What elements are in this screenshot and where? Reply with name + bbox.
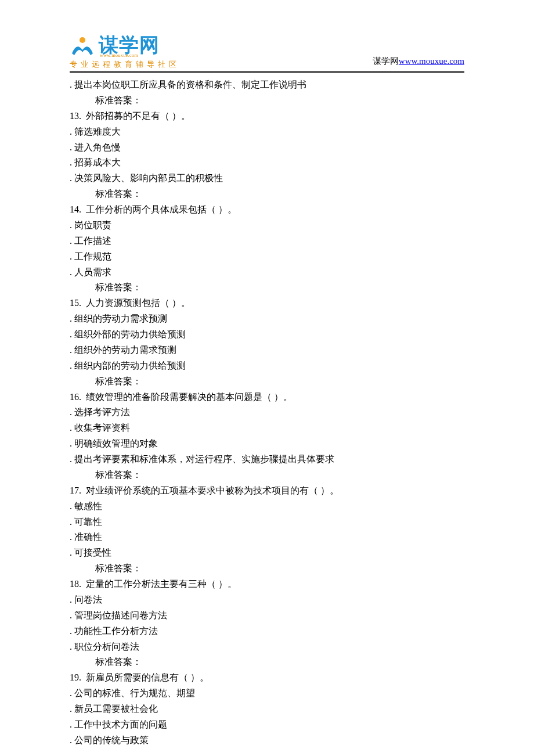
text-line: . 工作规范 (70, 249, 464, 265)
text-line: . 可靠性 (70, 514, 464, 530)
text-line: 18. 定量的工作分析法主要有三种（ ）。 (70, 577, 464, 592)
text-line: . 人员需求 (70, 265, 464, 280)
text-line: . 可接受性 (70, 545, 464, 561)
text-line: . 筛选难度大 (70, 124, 464, 140)
text-line: . 公司的标准、行为规范、期望 (70, 686, 464, 701)
text-line: 标准答案： (70, 654, 464, 670)
text-line: 标准答案： (70, 280, 464, 296)
text-line: . 提出本岗位职工所应具备的资格和条件、制定工作说明书 (70, 77, 464, 93)
page: 谋学网 www.mouxue.com 专业远程教育辅导社区 谋学网www.mou… (0, 0, 534, 756)
text-line: 16. 绩效管理的准备阶段需要解决的基本问题是（ ）。 (70, 390, 464, 405)
text-line: 标准答案： (70, 93, 464, 109)
text-line: 标准答案： (70, 186, 464, 202)
text-line: . 进入角色慢 (70, 140, 464, 156)
svg-point-0 (80, 37, 85, 43)
header-right: 谋学网www.mouxue.com (373, 56, 464, 68)
text-line: . 招募成本大 (70, 155, 464, 171)
document-body: . 提出本岗位职工所应具备的资格和条件、制定工作说明书标准答案：13. 外部招募… (70, 77, 464, 748)
text-line: . 选择考评方法 (70, 405, 464, 420)
text-line: . 工作描述 (70, 233, 464, 249)
text-line: . 职位分析问卷法 (70, 639, 464, 655)
text-line: . 问卷法 (70, 592, 464, 608)
text-line: . 新员工需要被社会化 (70, 701, 464, 717)
text-line: . 提出考评要素和标准体系，对运行程序、实施步骤提出具体要求 (70, 452, 464, 467)
text-line: . 准确性 (70, 530, 464, 545)
header-right-prefix: 谋学网 (373, 56, 399, 66)
logo-icon (70, 36, 95, 57)
text-line: . 敏感性 (70, 499, 464, 514)
text-line: . 明确绩效管理的对象 (70, 436, 464, 452)
text-line: . 收集考评资料 (70, 420, 464, 436)
text-line: 标准答案： (70, 561, 464, 577)
text-line: 17. 对业绩评价系统的五项基本要求中被称为技术项目的有（ ）。 (70, 483, 464, 499)
logo-top-row: 谋学网 www.mouxue.com (70, 35, 180, 58)
text-line: 15. 人力资源预测包括（ ）。 (70, 296, 464, 311)
text-line: . 公司的传统与政策 (70, 733, 464, 748)
text-line: . 管理岗位描述问卷方法 (70, 608, 464, 624)
header-link[interactable]: www.mouxue.com (399, 56, 464, 66)
text-line: . 组织外的劳动力需求预测 (70, 343, 464, 358)
text-line: 13. 外部招募的不足有（ ）。 (70, 109, 464, 124)
logo-text-wrap: 谋学网 www.mouxue.com (99, 35, 160, 58)
text-line: 19. 新雇员所需要的信息有（ ）。 (70, 670, 464, 686)
logo-main-text: 谋学网 (99, 35, 160, 55)
text-line: . 决策风险大、影响内部员工的积极性 (70, 171, 464, 186)
text-line: . 组织内部的劳动力供给预测 (70, 358, 464, 374)
logo-subtitle: 专业远程教育辅导社区 (70, 60, 180, 68)
text-line: 标准答案： (70, 374, 464, 390)
page-header: 谋学网 www.mouxue.com 专业远程教育辅导社区 谋学网www.mou… (70, 35, 464, 73)
text-line: . 组织的劳动力需求预测 (70, 311, 464, 327)
text-line: . 组织外部的劳动力供给预测 (70, 327, 464, 343)
logo: 谋学网 www.mouxue.com 专业远程教育辅导社区 (70, 35, 180, 68)
text-line: 标准答案： (70, 467, 464, 483)
text-line: . 岗位职责 (70, 218, 464, 233)
text-line: . 功能性工作分析方法 (70, 624, 464, 639)
text-line: 14. 工作分析的两个具体成果包括（ ）。 (70, 202, 464, 218)
text-line: . 工作中技术方面的问题 (70, 717, 464, 733)
